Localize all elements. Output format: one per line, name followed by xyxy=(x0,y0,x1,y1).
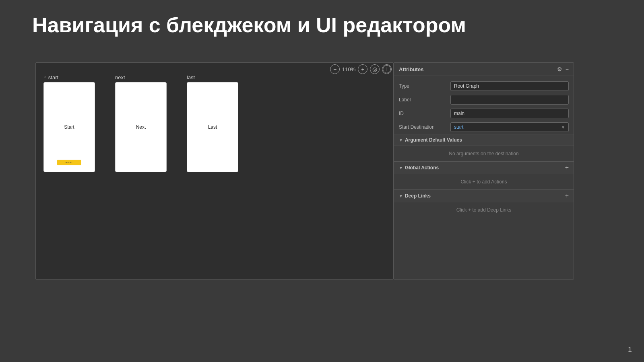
start-dest-select[interactable]: start ▼ xyxy=(450,122,569,132)
attributes-body: Type Root Graph Label ID main Start Dest… xyxy=(394,76,574,221)
canvas-toolbar: − 110% + ◎ i xyxy=(330,64,392,74)
start-dest-row: Start Destination start ▼ xyxy=(394,120,574,134)
type-label: Type xyxy=(399,83,447,89)
label-label: Label xyxy=(399,97,447,103)
screen-start-label: ⌂ start xyxy=(43,74,58,80)
screens-container: ⌂ start Start NEXT next Next last Last xyxy=(43,74,238,172)
deep-links-empty-text: Click + to add Deep Links xyxy=(399,206,569,214)
deep-links-title: Deep Links xyxy=(405,193,431,199)
argument-empty-text: No arguments on the destination xyxy=(399,149,569,158)
label-value-input[interactable] xyxy=(450,95,569,105)
argument-section-header[interactable]: ▼ Argument Default Values xyxy=(394,134,574,146)
attributes-panel: Attributes ⚙ − Type Root Graph Label ID … xyxy=(394,62,574,280)
screen-next-wrapper: next Next xyxy=(115,74,167,172)
argument-section-toggle: ▼ xyxy=(399,138,403,142)
start-dest-label: Start Destination xyxy=(399,124,447,130)
global-actions-title: Global Actions xyxy=(405,165,439,171)
home-icon: ⌂ xyxy=(43,74,47,80)
id-row: ID main xyxy=(394,107,574,120)
screen-start-card[interactable]: Start NEXT xyxy=(43,82,95,172)
page-title: Навигация с блекджеком и UI редактором xyxy=(32,13,466,37)
zoom-fit-button[interactable]: ◎ xyxy=(370,64,380,74)
global-actions-content: Click + to add Actions xyxy=(394,174,574,189)
screen-last-label: last xyxy=(187,74,195,80)
deep-links-toggle: ▼ xyxy=(399,194,403,198)
screen-next-label: next xyxy=(115,74,125,80)
screen-last-card-label: Last xyxy=(208,124,217,130)
global-actions-empty-text: Click + to add Actions xyxy=(399,177,569,186)
type-row: Type Root Graph xyxy=(394,79,574,93)
attributes-panel-title: Attributes xyxy=(399,66,423,72)
next-button-in-start: NEXT xyxy=(57,160,81,165)
global-actions-add-button[interactable]: + xyxy=(565,165,569,171)
global-actions-section-header[interactable]: ▼ Global Actions + xyxy=(394,161,574,174)
next-button-text: NEXT xyxy=(66,161,73,164)
start-dest-value: start xyxy=(454,124,463,130)
screen-next-card-label: Next xyxy=(136,124,146,130)
chevron-down-icon: ▼ xyxy=(561,125,565,130)
zoom-level: 110% xyxy=(342,66,355,72)
global-actions-toggle: ▼ xyxy=(399,166,403,170)
deep-links-content: Click + to add Deep Links xyxy=(394,202,574,218)
type-value: Root Graph xyxy=(450,81,569,91)
close-icon[interactable]: − xyxy=(566,66,569,72)
argument-section-content: No arguments on the destination xyxy=(394,146,574,161)
zoom-in-button[interactable]: + xyxy=(358,64,367,74)
id-label: ID xyxy=(399,111,447,116)
screen-last-card[interactable]: Last xyxy=(187,82,238,172)
argument-section-title: Argument Default Values xyxy=(405,137,462,143)
screen-next-card[interactable]: Next xyxy=(115,82,167,172)
attributes-header: Attributes ⚙ − xyxy=(394,63,574,76)
attributes-header-icons: ⚙ − xyxy=(557,66,569,72)
deep-links-section-header[interactable]: ▼ Deep Links + xyxy=(394,189,574,202)
screen-start-wrapper: ⌂ start Start NEXT xyxy=(43,74,95,172)
deep-links-add-button[interactable]: + xyxy=(565,193,569,199)
settings-icon[interactable]: ⚙ xyxy=(557,66,562,72)
page-number: 1 xyxy=(628,346,632,354)
screen-start-card-label: Start xyxy=(64,124,74,130)
screen-last-wrapper: last Last xyxy=(187,74,238,172)
label-row: Label xyxy=(394,93,574,107)
info-button[interactable]: i xyxy=(382,64,392,74)
id-value[interactable]: main xyxy=(450,109,569,118)
zoom-out-button[interactable]: − xyxy=(330,64,340,74)
